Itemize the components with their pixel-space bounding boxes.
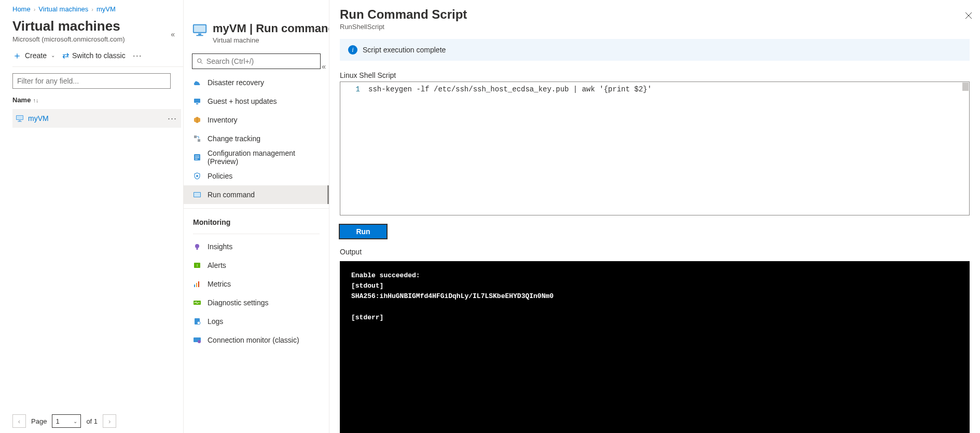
filter-input[interactable] [17, 77, 166, 85]
chevron-down-icon: ⌄ [51, 52, 55, 58]
menu-item-label: Connection monitor (classic) [208, 336, 299, 344]
svg-rect-5 [194, 25, 206, 32]
menu-item-label: Inventory [208, 116, 238, 124]
menu-item-insights[interactable]: Insights [184, 237, 329, 256]
svg-rect-20 [194, 193, 200, 197]
svg-rect-12 [194, 136, 197, 138]
more-button[interactable]: ··· [133, 51, 142, 60]
menu-item-policies[interactable]: Policies [184, 167, 329, 185]
svg-rect-26 [196, 283, 197, 287]
menu-item-metrics[interactable]: Metrics [184, 275, 329, 293]
menu-item-label: Policies [208, 172, 232, 180]
svg-rect-10 [194, 99, 200, 103]
tenant-subtitle: Microsoft (microsoft.onmicrosoft.com) [12, 35, 183, 43]
script-code[interactable]: ssh-keygen -lf /etc/ssh/ssh_host_ecdsa_k… [365, 82, 969, 215]
svg-rect-27 [198, 281, 199, 287]
vm-icon [192, 22, 208, 38]
status-banner: i Script execution complete [340, 39, 970, 61]
menu-item-label: Logs [208, 317, 223, 326]
svg-line-9 [201, 62, 202, 64]
menu-search-input[interactable] [206, 57, 316, 65]
alert-icon: ! [193, 261, 201, 269]
run-command-panel: Run Command Script RunShellScript i Scri… [329, 0, 980, 433]
chevron-down-icon: ⌄ [73, 418, 77, 424]
prev-page-button[interactable]: ‹ [12, 414, 26, 428]
vm-icon [16, 114, 24, 123]
menu-item-label: Alerts [208, 261, 226, 269]
breadcrumb-vm[interactable]: myVM [96, 5, 116, 13]
svg-rect-17 [195, 159, 198, 159]
menu-item-change-tracking[interactable]: Change tracking [184, 129, 329, 148]
vm-menu-pane: myVM | Run command Virtual machine « Dis… [183, 0, 329, 433]
svg-rect-3 [18, 121, 22, 122]
close-button[interactable] [964, 11, 973, 21]
blade-title: myVM | Run command [213, 22, 329, 35]
banner-text: Script execution complete [363, 46, 446, 54]
output-label: Output [340, 248, 970, 256]
menu-item-diagnostic[interactable]: Diagnostic settings [184, 293, 329, 312]
menu-item-run-command[interactable]: Run command [184, 185, 329, 204]
bulb-icon [193, 242, 201, 251]
svg-rect-2 [19, 120, 21, 121]
chevron-right-icon: › [34, 6, 36, 12]
operations-menu: Disaster recovery Guest + host updates I… [184, 73, 329, 349]
swap-icon: ⇄ [62, 50, 69, 60]
list-icon [193, 153, 201, 161]
command-bar: ＋ Create ⌄ ⇄ Switch to classic ··· [12, 50, 183, 67]
line-gutter: 1 [340, 82, 365, 215]
menu-item-alerts[interactable]: ! Alerts [184, 256, 329, 275]
svg-rect-1 [17, 116, 23, 119]
update-icon [193, 97, 201, 105]
menu-item-logs[interactable]: Logs [184, 312, 329, 331]
menu-item-label: Insights [208, 242, 232, 251]
svg-rect-6 [198, 34, 201, 35]
script-editor[interactable]: 1 ssh-keygen -lf /etc/ssh/ssh_host_ecdsa… [340, 82, 970, 215]
switch-classic-button[interactable]: ⇄ Switch to classic [62, 50, 126, 60]
wave-icon [193, 299, 201, 307]
menu-item-label: Configuration management (Preview) [208, 149, 322, 166]
page-number: 1 [56, 417, 59, 425]
page-label: Page [31, 417, 47, 425]
create-button[interactable]: ＋ Create ⌄ [12, 51, 55, 60]
column-header-label: Name [12, 96, 31, 104]
breadcrumb-vms[interactable]: Virtual machines [38, 5, 88, 13]
svg-rect-13 [198, 139, 200, 142]
vm-name: myVM [28, 114, 168, 123]
plus-icon: ＋ [12, 51, 22, 60]
sort-asc-icon: ↑↓ [33, 97, 38, 103]
shield-icon [193, 172, 201, 180]
menu-item-label: Run command [208, 191, 255, 199]
pager: ‹ Page 1 ⌄ of 1 › [12, 414, 116, 428]
run-button[interactable]: Run [340, 225, 387, 238]
column-header-name[interactable]: Name ↑↓ [12, 91, 183, 109]
menu-search[interactable] [192, 53, 321, 69]
page-of-label: of 1 [86, 417, 98, 425]
monitor-icon [193, 336, 201, 344]
menu-item-disaster-recovery[interactable]: Disaster recovery [184, 73, 329, 92]
breadcrumb-home[interactable]: Home [12, 5, 31, 13]
svg-point-21 [195, 244, 199, 248]
menu-item-connection-monitor[interactable]: Connection monitor (classic) [184, 331, 329, 349]
breadcrumb: Home › Virtual machines › myVM [12, 5, 183, 13]
row-more-button[interactable]: ··· [168, 113, 177, 124]
svg-point-30 [197, 321, 200, 324]
page-select[interactable]: 1 ⌄ [52, 414, 81, 428]
svg-rect-15 [195, 156, 199, 156]
svg-rect-22 [197, 248, 198, 250]
collapse-pane-icon[interactable]: « [171, 30, 175, 38]
panel-title: Run Command Script [340, 7, 970, 22]
script-label: Linux Shell Script [340, 71, 970, 79]
menu-item-label: Diagnostic settings [208, 299, 269, 307]
vm-row[interactable]: myVM ··· [12, 109, 181, 128]
menu-item-inventory[interactable]: Inventory [184, 111, 329, 129]
filter-field[interactable] [12, 73, 171, 89]
next-page-button[interactable]: › [103, 414, 116, 428]
menu-item-config-mgmt[interactable]: Configuration management (Preview) [184, 148, 329, 167]
svg-rect-11 [196, 103, 198, 104]
chart-icon [193, 280, 201, 288]
collapse-menu-icon[interactable]: « [322, 62, 326, 71]
svg-rect-25 [194, 285, 195, 287]
scrollbar-thumb[interactable] [962, 83, 969, 91]
close-icon [964, 11, 973, 20]
menu-item-guest-updates[interactable]: Guest + host updates [184, 92, 329, 111]
